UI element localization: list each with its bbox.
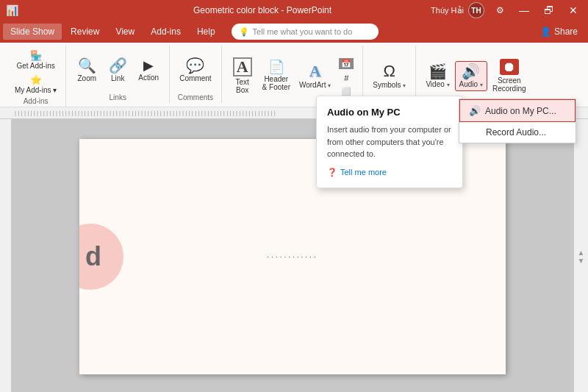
omega-icon: Ω	[384, 63, 395, 79]
search-bar[interactable]: 💡 Tell me what you want to do	[232, 24, 379, 40]
link-button[interactable]: 🔗 Link	[103, 56, 132, 85]
get-addins-button[interactable]: 🏪 Get Add-ins	[13, 49, 57, 71]
slidenum-icon: #	[344, 74, 348, 82]
ribbon-group-text: A TextBox 📄 Header& Footer A WordArt ▾ 📅…	[222, 46, 364, 103]
menu-item-view[interactable]: View	[108, 24, 142, 40]
slide-area: d ············	[12, 119, 573, 392]
tell-more-link[interactable]: ❓ Tell me more	[327, 168, 452, 177]
link-icon: 🔗	[109, 58, 127, 73]
zoom-button[interactable]: 🔍 Zoom	[72, 56, 101, 85]
ribbon-group-symbols: Ω Symbols ▾	[363, 46, 416, 103]
speaker-icon: 🔊	[469, 105, 481, 116]
action-button[interactable]: ▶ Action	[134, 57, 163, 84]
user-area: Thúy Hải TH	[431, 2, 484, 18]
audio-button[interactable]: 🔊 Audio ▾	[455, 61, 487, 91]
menu-item-help[interactable]: Help	[190, 24, 223, 40]
header-footer-icon: 📄	[268, 60, 284, 74]
comment-icon: 💬	[186, 58, 204, 73]
audio-my-pc-item[interactable]: 🔊 Audio on My PC...	[459, 99, 576, 122]
comments-group-label: Comments	[178, 92, 213, 103]
record-audio-item[interactable]: Record Audio...	[459, 122, 576, 143]
links-group-label: Links	[110, 92, 126, 103]
slide-letter: d	[85, 241, 101, 272]
star-icon: ⭐	[30, 74, 42, 85]
avatar[interactable]: TH	[468, 2, 484, 18]
addins-group-label: Add-ins	[24, 96, 49, 107]
right-panel: ▲▼	[573, 119, 588, 392]
help-icon: ❓	[327, 168, 337, 177]
search-placeholder: Tell me what you want to do	[253, 27, 353, 36]
menu-item-review[interactable]: Review	[63, 24, 107, 40]
ruler-marks: | | | | | | | | | | | | | | | | | | | | …	[15, 110, 276, 116]
lightbulb-icon: 💡	[239, 27, 249, 37]
screen-rec-icon: ⏺	[500, 59, 519, 75]
action-icon: ▶	[143, 59, 154, 72]
screen-recording-button[interactable]: ⏺ ScreenRecording	[489, 57, 530, 95]
audio-icon: 🔊	[462, 64, 480, 79]
addins-store-icon: 🏪	[30, 50, 42, 61]
slide-dots: ············	[267, 252, 318, 260]
header-footer-button[interactable]: 📄 Header& Footer	[259, 58, 294, 93]
person-icon: 👤	[540, 26, 551, 37]
insert-date-button[interactable]: 📅	[336, 57, 356, 71]
menu-bar: Slide Show Review View Add-ins Help 💡 Te…	[0, 21, 588, 43]
insert-slide-num-button[interactable]: #	[336, 72, 356, 84]
menu-item-addins[interactable]: Add-ins	[143, 24, 188, 40]
title-bar: 📊 Geometric color block - PowerPoint Thú…	[0, 0, 588, 21]
textbox-button[interactable]: A TextBox	[228, 55, 257, 96]
comment-button[interactable]: 💬 Comment	[176, 56, 215, 85]
tell-more-label: Tell me more	[340, 168, 387, 177]
wordart-button[interactable]: A WordArt ▾	[295, 61, 334, 91]
window-controls: ⚙ — 🗗 ✕	[492, 3, 582, 18]
close-button[interactable]: ✕	[564, 3, 582, 18]
main-area: d ············ ▲▼	[0, 119, 588, 392]
left-ruler	[0, 119, 12, 392]
menu-item-slideshow[interactable]: Slide Show	[3, 24, 62, 40]
restore-button[interactable]: 🗗	[539, 3, 559, 18]
ribbon-group-addins: 🏪 Get Add-ins ⭐ My Add-ins ▾ Add-ins	[6, 46, 66, 107]
ribbon: 🏪 Get Add-ins ⭐ My Add-ins ▾ Add-ins 🔍 Z…	[0, 43, 588, 107]
ribbon-group-links: 🔍 Zoom 🔗 Link ▶ Action Links	[66, 46, 170, 103]
my-addins-button[interactable]: ⭐ My Add-ins ▾	[12, 73, 60, 96]
symbols-button[interactable]: Ω Symbols ▾	[369, 61, 409, 91]
share-button[interactable]: 👤 Share	[533, 24, 585, 40]
zoom-icon: 🔍	[78, 58, 96, 73]
tooltip-description: Insert audio from your computer or from …	[327, 124, 452, 160]
user-name: Thúy Hải	[431, 6, 464, 15]
date-icon: 📅	[339, 58, 354, 69]
app-icon: 📊	[6, 4, 18, 16]
tooltip-title: Audio on My PC	[327, 107, 452, 118]
ribbon-group-comments: 💬 Comment Comments	[170, 46, 221, 103]
audio-dropdown-menu: 🔊 Audio on My PC... Record Audio...	[459, 99, 576, 143]
wordart-icon: A	[309, 63, 321, 79]
settings-icon[interactable]: ⚙	[492, 4, 509, 17]
audio-tooltip-popup: Audio on My PC Insert audio from your co…	[316, 96, 463, 188]
scroll-handle[interactable]: ▲▼	[578, 249, 585, 265]
video-button[interactable]: 🎬 Video ▾	[422, 62, 453, 90]
textbox-icon: A	[233, 57, 252, 76]
window-title: Geometric color block - PowerPoint	[94, 5, 431, 15]
ribbon-group-media: 🎬 Video ▾ 🔊 Audio ▾ ⏺ ScreenRecording	[416, 46, 535, 103]
video-icon: 🎬	[429, 64, 447, 79]
minimize-button[interactable]: —	[514, 3, 534, 18]
